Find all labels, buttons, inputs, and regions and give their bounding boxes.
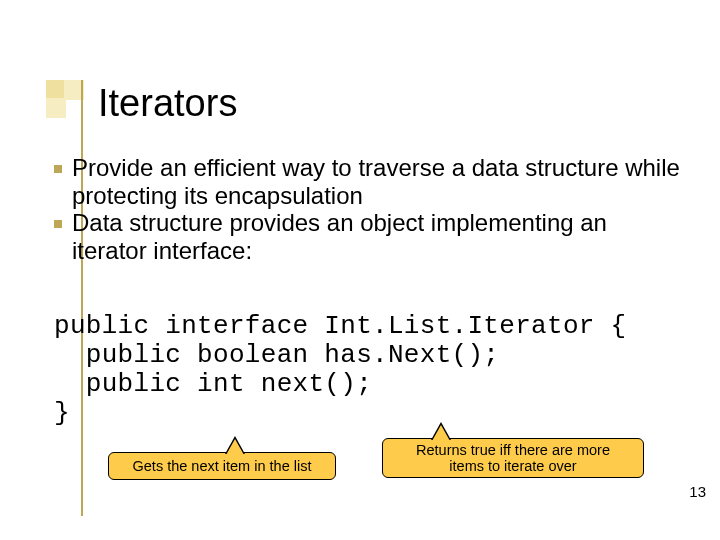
callout-next: Gets the next item in the list <box>108 452 336 480</box>
bullet-icon <box>54 165 62 173</box>
list-item: Provide an efficient way to traverse a d… <box>54 154 682 209</box>
page-number: 13 <box>689 483 706 500</box>
title-decor <box>46 80 84 118</box>
bullet-text: Provide an efficient way to traverse a d… <box>72 154 682 209</box>
vertical-bar <box>81 80 83 516</box>
callout-hasnext: Returns true iff there are more items to… <box>382 438 644 478</box>
callout-label: Gets the next item in the list <box>133 458 312 474</box>
bullet-text: Data structure provides an object implem… <box>72 209 682 264</box>
bullet-list: Provide an efficient way to traverse a d… <box>54 154 682 264</box>
code-block: public interface Int.List.Iterator { pub… <box>54 312 694 428</box>
list-item: Data structure provides an object implem… <box>54 209 682 264</box>
callout-label: Returns true iff there are more items to… <box>416 442 610 474</box>
bullet-icon <box>54 220 62 228</box>
slide-title: Iterators <box>98 82 237 125</box>
